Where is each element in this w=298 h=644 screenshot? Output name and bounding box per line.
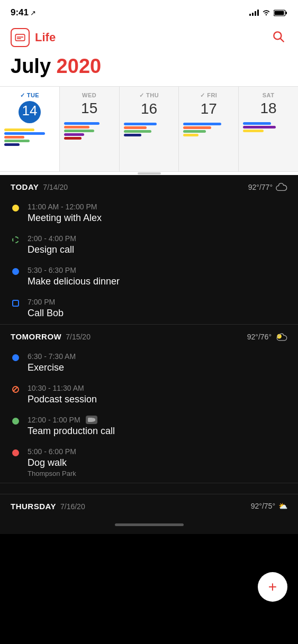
event-dot: [12, 418, 19, 425]
status-bar: 9:41 ↗: [0, 0, 298, 23]
thursday-date: 7/16/20: [60, 502, 85, 511]
event-item[interactable]: 6:30 - 7:30 AM Exercise: [0, 347, 298, 379]
event-content: 6:30 - 7:30 AM Exercise: [28, 352, 287, 373]
event-item[interactable]: 5:30 - 6:30 PM Make delicious dinner: [0, 261, 298, 292]
day-number: 16: [141, 101, 157, 117]
event-dot-col: [11, 416, 20, 425]
day-col-wed[interactable]: WED 15: [60, 87, 120, 171]
mini-bar: [124, 123, 157, 125]
section-date: 7/15/20: [66, 333, 91, 341]
search-button[interactable]: [269, 27, 287, 47]
event-dot-col: [11, 447, 20, 456]
mini-bar: [243, 130, 263, 132]
event-content: 11:00 AM - 12:00 PM Meeting with Alex: [28, 203, 287, 224]
video-icon: [86, 416, 97, 424]
logo-icon: [11, 28, 30, 47]
event-item[interactable]: 2:00 - 4:00 PM Design call: [0, 229, 298, 261]
mini-bar: [183, 134, 198, 136]
app-title: Life: [35, 31, 56, 44]
event-content: 5:00 - 6:00 PM Dog walk Thompson Park: [28, 447, 287, 477]
day-label: ✓ TUE: [20, 92, 40, 99]
mini-bar: [4, 132, 45, 135]
thursday-weather-temp: 92°/75°: [251, 502, 275, 510]
mini-bar: [64, 130, 94, 132]
event-title: Podcast session: [28, 394, 287, 405]
event-content: 2:00 - 4:00 PM Design call: [28, 234, 287, 255]
battery-icon: [274, 10, 287, 16]
status-time: 9:41: [11, 7, 29, 18]
partly-cloudy-icon: [275, 332, 287, 342]
logo-svg: [15, 34, 25, 41]
event-dot-col: [11, 352, 20, 361]
mini-bar: [124, 130, 152, 133]
event-item[interactable]: 10:30 - 11:30 AM Podcast session: [0, 379, 298, 410]
event-time: 11:00 AM - 12:00 PM: [28, 203, 287, 211]
cloud-icon: [276, 182, 287, 192]
event-subtitle: Thompson Park: [28, 470, 287, 477]
svg-rect-1: [275, 11, 284, 15]
mini-bar: [64, 133, 84, 136]
event-dot: [12, 268, 19, 275]
event-title: Make delicious dinner: [28, 276, 287, 287]
day-number: 14: [22, 103, 37, 118]
mini-bar: [64, 126, 89, 128]
svg-rect-5: [17, 38, 21, 39]
svg-marker-9: [93, 418, 95, 422]
app-header: Life: [0, 23, 298, 53]
event-dot-col: [11, 234, 20, 243]
event-item[interactable]: 12:00 - 1:00 PM Team production call: [0, 410, 298, 442]
section-name: TODAY: [11, 182, 39, 191]
event-dot: [12, 236, 19, 243]
section-weather: 92°/77°: [248, 182, 287, 192]
day-col-tue[interactable]: ✓ TUE 14: [0, 87, 60, 171]
event-item[interactable]: 5:00 - 6:00 PM Dog walk Thompson Park: [0, 442, 298, 483]
weather-temp: 92°/76°: [247, 333, 272, 341]
month-title-area: July 2020: [0, 53, 298, 86]
mini-bar: [4, 140, 30, 142]
mini-bar: [183, 130, 206, 133]
active-day-circle: 14: [19, 101, 41, 123]
week-strip: ✓ TUE 14 WED 15 ✓ THU 16 ✓ FRI 17 SAT 18: [0, 86, 298, 172]
event-item[interactable]: 11:00 AM - 12:00 PM Meeting with Alex: [0, 197, 298, 229]
svg-rect-2: [286, 12, 287, 14]
mini-bar: [64, 122, 100, 125]
section-label: TODAY 7/14/20: [11, 182, 68, 191]
thursday-section-partial: THURSDAY 7/16/20 92°/75° ⛅: [0, 494, 298, 516]
year-number: 2020: [57, 55, 102, 77]
add-event-button[interactable]: +: [258, 572, 287, 602]
scroll-indicator: [138, 172, 161, 174]
mini-bars: [241, 122, 296, 132]
wifi-icon: [262, 8, 270, 17]
day-number: 15: [81, 100, 97, 117]
mini-bar: [124, 134, 142, 136]
svg-rect-10: [88, 418, 93, 422]
location-arrow-icon: ↗: [30, 9, 36, 17]
event-time: 10:30 - 11:30 AM: [28, 384, 287, 392]
event-content: 12:00 - 1:00 PM Team production call: [28, 416, 287, 437]
month-title: July 2020: [11, 56, 287, 78]
mini-bars: [62, 122, 117, 140]
home-indicator-bar: [115, 523, 184, 526]
thursday-section-header: THURSDAY 7/16/20 92°/75° ⛅: [0, 494, 298, 516]
mini-bar: [183, 126, 211, 129]
mini-bar: [124, 126, 147, 129]
day-col-fri[interactable]: ✓ FRI 17: [179, 87, 239, 171]
plus-icon: +: [268, 579, 277, 594]
event-title: Team production call: [28, 426, 287, 437]
event-content: 7:00 PM Call Bob: [28, 298, 287, 319]
day-col-thu[interactable]: ✓ THU 16: [120, 87, 179, 171]
section-header-today: TODAY 7/14/20 92°/77°: [0, 175, 298, 197]
section-header-tomorrow: TOMORROW 7/15/20 92°/76°: [0, 325, 298, 347]
thursday-weather-icon: ⛅: [278, 502, 287, 510]
event-time: 5:00 - 6:00 PM: [28, 447, 287, 456]
event-dot: [12, 354, 19, 361]
event-item[interactable]: 7:00 PM Call Bob: [0, 292, 298, 324]
mini-bar: [243, 122, 271, 125]
svg-rect-4: [17, 36, 23, 38]
day-col-sat[interactable]: SAT 18: [239, 87, 298, 171]
mini-bars: [181, 123, 236, 136]
event-time: 5:30 - 6:30 PM: [28, 266, 287, 274]
mini-bar: [243, 126, 276, 128]
mini-bar: [64, 137, 82, 140]
event-time: 12:00 - 1:00 PM: [28, 416, 287, 424]
